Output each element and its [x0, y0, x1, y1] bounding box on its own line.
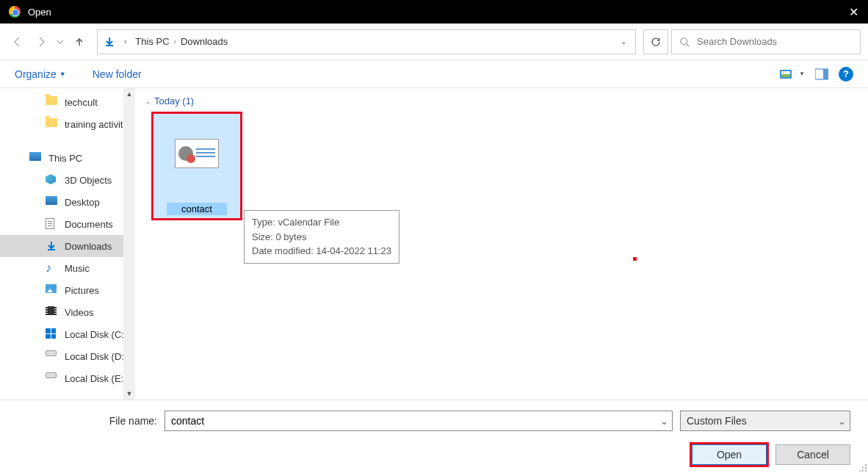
folder-icon [46, 118, 57, 130]
sidebar-item-diskd[interactable]: Local Disk (D:) [0, 345, 135, 367]
sidebar-item-label: Local Disk (C:) [65, 329, 127, 340]
cancel-button[interactable]: Cancel [775, 444, 850, 465]
sidebar-item-label: Music [65, 263, 90, 274]
disk-icon [46, 350, 57, 362]
group-header-label: Today (1) [154, 95, 194, 106]
filename-label: File name: [18, 415, 157, 427]
pc-icon [46, 196, 57, 208]
sidebar-item-videos[interactable]: Videos [0, 301, 135, 323]
tooltip-modified: Date modified: 14-04-2022 11:23 [252, 244, 391, 259]
pc-icon [29, 152, 41, 164]
open-button[interactable]: Open [692, 444, 767, 465]
svg-rect-8 [823, 69, 828, 79]
svg-rect-0 [106, 45, 113, 46]
group-header-today[interactable]: ⌄ Today (1) [145, 95, 858, 106]
sidebar-item-training[interactable]: training activities [0, 113, 135, 135]
address-root-dropdown[interactable]: › [121, 37, 129, 46]
sidebar-item-label: Downloads [65, 241, 112, 252]
forward-button[interactable] [31, 32, 51, 52]
nav-bar: › This PC › Downloads ⌄ [0, 24, 868, 60]
search-input[interactable] [697, 36, 853, 47]
filter-dropdown[interactable]: ⌄ [833, 416, 850, 427]
sidebar-item-label: techcult [65, 97, 98, 108]
sidebar-item-thispc[interactable]: This PC [0, 147, 135, 169]
file-item-label: contact [181, 203, 212, 214]
close-button[interactable]: ✕ [847, 6, 859, 18]
scroll-up-icon[interactable]: ▲ [123, 88, 135, 100]
address-dropdown[interactable]: ⌄ [618, 37, 629, 46]
pic-icon [46, 284, 57, 296]
sidebar-item-documents[interactable]: Documents [0, 213, 135, 235]
sidebar-item-music[interactable]: ♪Music [0, 257, 135, 279]
organize-button[interactable]: Organize ▼ [15, 68, 66, 80]
new-folder-label: New folder [93, 68, 142, 80]
file-item-contact[interactable]: contact [151, 112, 242, 220]
sidebar-item-label: Local Disk (E:) [65, 373, 127, 384]
filename-input[interactable] [165, 415, 656, 427]
chevron-down-icon: ▼ [799, 71, 805, 77]
chevron-right-icon[interactable]: › [174, 37, 176, 46]
sidebar-item-label: Local Disk (D:) [65, 351, 127, 362]
win-icon [46, 328, 57, 340]
dialog-footer: File name: ⌄ Custom Files ⌄ Open Cancel [0, 400, 868, 473]
filename-dropdown[interactable]: ⌄ [656, 416, 672, 427]
folder-icon [46, 96, 57, 108]
refresh-button[interactable] [643, 29, 668, 54]
tooltip-size: Size: 0 bytes [252, 230, 391, 245]
disk-icon [46, 372, 57, 384]
sidebar-item-desktop[interactable]: Desktop [0, 191, 135, 213]
sidebar-item-diskc[interactable]: Local Disk (C:) [0, 323, 135, 345]
sidebar-item-pictures[interactable]: Pictures [0, 279, 135, 301]
svg-point-1 [681, 37, 687, 44]
svg-rect-5 [781, 74, 790, 77]
sidebar-item-3dobj[interactable]: 3D Objects [0, 169, 135, 191]
filename-combobox[interactable]: ⌄ [164, 411, 673, 431]
chevron-down-icon: ⌄ [145, 98, 151, 105]
new-folder-button[interactable]: New folder [93, 68, 142, 80]
address-bar[interactable]: › This PC › Downloads ⌄ [97, 29, 636, 54]
download-arrow-icon [104, 36, 115, 48]
contact-file-icon [175, 139, 219, 168]
recent-dropdown[interactable] [54, 32, 66, 52]
title-bar: Open ✕ [0, 0, 868, 24]
search-box[interactable] [671, 29, 861, 54]
breadcrumb: This PC › Downloads [135, 36, 612, 47]
obj3d-icon [46, 174, 57, 186]
chrome-icon [9, 6, 21, 18]
view-options-button[interactable]: ▼ [780, 68, 805, 80]
vid-icon [46, 306, 57, 318]
sidebar-item-downloads[interactable]: Downloads [0, 235, 135, 257]
crumb-this-pc[interactable]: This PC [135, 36, 169, 47]
resize-grip[interactable] [856, 461, 867, 472]
sidebar-scrollbar[interactable]: ▲ ▼ [123, 88, 135, 400]
music-icon: ♪ [46, 262, 57, 274]
scroll-down-icon[interactable]: ▼ [123, 388, 135, 400]
download-icon [46, 240, 57, 252]
sidebar-item-diske[interactable]: Local Disk (E:) [0, 367, 135, 389]
file-type-filter[interactable]: Custom Files ⌄ [680, 411, 850, 431]
sidebar-item-label: This PC [48, 153, 82, 164]
open-button-label: Open [717, 449, 742, 461]
file-list-pane[interactable]: ⌄ Today (1) contact Type: vCalendar File… [135, 88, 868, 400]
sidebar-item-label: Documents [65, 219, 113, 230]
svg-rect-9 [48, 249, 55, 250]
crumb-downloads[interactable]: Downloads [181, 36, 228, 47]
help-button[interactable]: ? [839, 67, 853, 82]
file-type-filter-label: Custom Files [681, 415, 833, 427]
sidebar-item-label: Videos [65, 307, 94, 318]
sidebar-item-label: 3D Objects [65, 175, 112, 186]
back-button[interactable] [7, 32, 28, 52]
dialog-body: techculttraining activitiesThis PC3D Obj… [0, 88, 868, 400]
sidebar-item-techcult[interactable]: techcult [0, 91, 135, 113]
up-button[interactable] [69, 32, 90, 52]
svg-line-2 [687, 43, 690, 46]
cancel-button-label: Cancel [797, 449, 829, 461]
chevron-down-icon: ▼ [59, 71, 66, 78]
window-title: Open [28, 7, 51, 18]
command-bar: Organize ▼ New folder ▼ ? [0, 60, 868, 88]
navigation-pane: techculttraining activitiesThis PC3D Obj… [0, 88, 135, 400]
doc-icon [46, 218, 57, 230]
annotation-marker [633, 257, 637, 261]
svg-point-6 [783, 71, 785, 73]
preview-pane-button[interactable] [815, 68, 828, 80]
